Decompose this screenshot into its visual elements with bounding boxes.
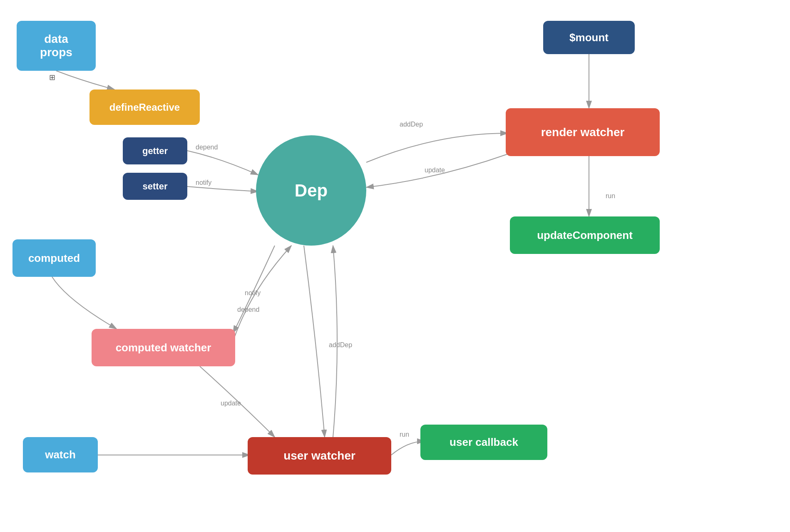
node-mount: $mount [543,21,635,54]
arrows-svg [0,0,790,532]
node-update-component: updateComponent [510,216,660,254]
node-dep-label: Dep [295,181,328,201]
node-watch: watch [23,437,98,472]
node-dep: Dep [256,135,366,246]
label-run1: run [606,192,615,200]
node-getter-label: getter [142,146,168,157]
node-define-reactive-label: defineReactive [109,102,180,113]
expand-icon[interactable]: ⊞ [49,73,55,82]
node-computed-watcher: computed watcher [92,329,235,366]
node-computed-label: computed [28,252,80,265]
node-user-watcher: user watcher [248,437,391,475]
label-depend2: depend [237,306,259,313]
node-getter: getter [123,137,187,164]
label-run2: run [400,431,409,438]
node-computed-watcher-label: computed watcher [116,341,211,354]
node-render-watcher-label: render watcher [541,126,625,139]
node-watch-label: watch [45,448,76,461]
node-define-reactive: defineReactive [89,89,200,125]
node-mount-label: $mount [569,31,609,44]
label-addDep2: addDep [329,341,352,349]
node-data-props-label: dataprops [40,32,72,59]
node-update-component-label: updateComponent [537,229,633,242]
label-update1: update [425,167,445,174]
node-data-props: dataprops [17,21,96,71]
node-user-callback-label: user callback [450,436,518,449]
node-setter: setter [123,173,187,200]
label-update2: update [221,400,241,407]
node-render-watcher: render watcher [506,108,660,156]
diagram-container: depend notify depend notify addDep updat… [0,0,790,532]
label-notify1: notify [196,179,211,186]
label-notify2: notify [245,289,261,297]
label-addDep1: addDep [400,121,423,128]
node-user-watcher-label: user watcher [283,449,355,462]
node-setter-label: setter [143,181,168,192]
node-computed: computed [12,239,96,277]
label-depend1: depend [196,144,218,151]
node-user-callback: user callback [420,425,547,460]
